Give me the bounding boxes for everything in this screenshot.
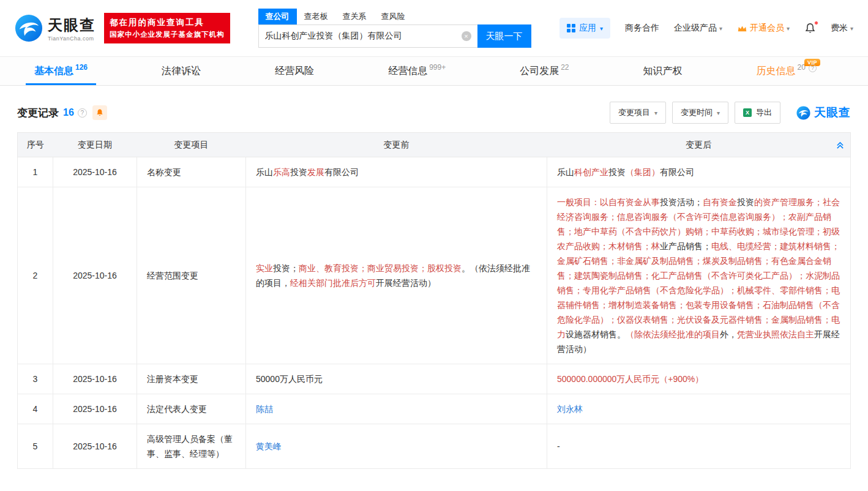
table-header-row: 序号 变更日期 变更项目 变更前 变更后: [18, 133, 851, 157]
col-header-item: 变更项目: [137, 133, 246, 157]
text-segment: （除依法须经批准的项目: [626, 329, 720, 339]
search-tab[interactable]: 查关系: [335, 9, 374, 24]
col-header-label: 变更前: [384, 140, 410, 149]
nav-tab[interactable]: 基本信息126: [26, 57, 96, 85]
chevron-down-icon: ▾: [719, 25, 722, 32]
user-menu[interactable]: 费米 ▾: [831, 23, 853, 34]
nav-tab[interactable]: 公司发展22: [511, 57, 577, 85]
nav-tab-count: 126: [75, 63, 88, 72]
nav-tab[interactable]: 经营信息999+: [380, 57, 454, 85]
cell-item: 经营范围变更: [137, 187, 246, 364]
text-segment: 一般项目：以自有资金从事: [557, 197, 660, 207]
apps-menu[interactable]: 应用 ▾: [559, 18, 610, 39]
search-input-wrap: ×: [258, 24, 477, 48]
section-tools: 变更项目▾变更时间▾ X 导出 天眼查: [610, 102, 851, 124]
filter-dropdown-button[interactable]: 变更项目▾: [610, 102, 666, 124]
text-segment: 外，: [720, 329, 737, 339]
filter-label: 变更时间: [681, 107, 713, 118]
user-name: 费米: [831, 23, 848, 34]
col-header-date: 变更日期: [53, 133, 137, 157]
chevron-down-icon: ▾: [600, 25, 603, 32]
collapse-icon[interactable]: [836, 141, 844, 149]
brand-text: 天眼查: [814, 105, 851, 121]
nav-tab-label: 法律诉讼: [162, 65, 201, 78]
text-segment: 投资: [608, 167, 626, 177]
nav-tab[interactable]: 历史信息20VIP?: [748, 57, 825, 85]
text-segment: 业产品销售；: [660, 241, 711, 251]
export-button[interactable]: X 导出: [735, 102, 780, 124]
cell-no: 5: [18, 424, 53, 469]
text-segment: 发展: [307, 167, 324, 177]
cell-date: 2025-10-16: [53, 394, 137, 424]
promo-banner: 都在用的商业查询工具 国家中小企业发展子基金旗下机构: [104, 13, 230, 43]
nav-tab-count: 999+: [429, 63, 446, 72]
search-tab[interactable]: 查公司: [258, 9, 297, 24]
logo-subtitle: TianYanCha.com: [48, 36, 95, 42]
nav-tab-label: 经营信息: [388, 65, 427, 78]
search-tab[interactable]: 查风险: [374, 9, 413, 24]
text-segment: 乐山: [256, 167, 273, 177]
tianyancha-logo[interactable]: 天眼查 TianYanCha.com: [15, 14, 95, 42]
section-header: 变更记录 16 ? 变更项目▾变更时间▾ X 导出: [17, 102, 851, 124]
col-header-no: 序号: [18, 133, 53, 157]
clear-search-icon[interactable]: ×: [462, 31, 471, 41]
text-segment: 投资: [737, 197, 754, 207]
cell-before: 黄美峰: [246, 424, 547, 469]
table-row: 32025-10-16注册资本变更50000万人民币元500000.000000…: [18, 364, 851, 394]
text-segment: 50000万人民币元: [256, 374, 323, 384]
filter-dropdown-button[interactable]: 变更时间▾: [672, 102, 728, 124]
text-segment: 凭营业执照依法自主: [737, 329, 814, 339]
search-tabs: 查公司查老板查关系查风险: [258, 9, 531, 24]
text-segment: 有限公司: [324, 167, 359, 177]
text-segment: 科创产业: [574, 167, 608, 177]
apps-label: 应用: [579, 23, 596, 34]
text-segment: 投资: [290, 167, 307, 177]
apps-grid-icon: [567, 24, 575, 32]
person-link[interactable]: 黄美峰: [256, 441, 282, 451]
change-table-body: 12025-10-16名称变更乐山乐高投资发展有限公司乐山科创产业投资（集团）有…: [18, 157, 851, 469]
menu-label: 企业级产品: [674, 23, 717, 34]
tianyancha-logo-icon: [15, 14, 43, 42]
text-segment: 乐山: [557, 167, 574, 177]
cell-date: 2025-10-16: [53, 364, 137, 394]
nav-tab-count: 22: [561, 63, 569, 72]
cell-date: 2025-10-16: [53, 187, 137, 364]
help-icon[interactable]: ?: [809, 64, 817, 72]
nav-tabs: 基本信息126法律诉讼经营风险经营信息999+公司发展22知识产权历史信息20V…: [0, 56, 868, 86]
notification-dot: [814, 21, 818, 25]
nav-tab-label: 公司发展: [520, 65, 559, 78]
search-tab[interactable]: 查老板: [297, 9, 335, 24]
text-segment: 电线、电缆经营；建筑材料销售；金属矿石销售；非金属矿及制品销售；煤炭及制品销售；…: [557, 241, 840, 339]
search-area: 查公司查老板查关系查风险 × 天眼一下: [258, 9, 531, 48]
person-link[interactable]: 刘永林: [557, 404, 583, 414]
text-segment: 设施器材销售。: [566, 329, 626, 339]
col-header-before: 变更前: [246, 133, 547, 157]
text-segment: -: [557, 441, 560, 451]
nav-tab[interactable]: 经营风险: [266, 57, 323, 85]
cell-item: 名称变更: [137, 157, 246, 187]
cell-before: 陈喆: [246, 394, 547, 424]
nav-tab-label: 基本信息: [34, 65, 73, 78]
table-row: 22025-10-16经营范围变更实业投资；商业、教育投资；商业贸易投资；股权投…: [18, 187, 851, 364]
menu-business-cooperation[interactable]: 商务合作: [625, 23, 659, 34]
notifications-bell[interactable]: [804, 23, 816, 34]
search-input[interactable]: [265, 31, 462, 41]
nav-tab[interactable]: 法律诉讼: [153, 57, 209, 85]
nav-tab[interactable]: 知识产权: [635, 57, 691, 85]
menu-open-vip[interactable]: 开通会员 ▾: [737, 23, 790, 34]
cell-after: 一般项目：以自有资金从事投资活动；自有资金投资的资产管理服务；社会经济咨询服务；…: [547, 187, 851, 364]
text-segment: （集团）: [626, 167, 660, 177]
search-box: × 天眼一下: [258, 24, 531, 48]
cell-before: 乐山乐高投资发展有限公司: [246, 157, 547, 187]
search-button[interactable]: 天眼一下: [477, 24, 531, 48]
cell-after: 500000.000000万人民币元（+900%）: [547, 364, 851, 394]
person-link[interactable]: 陈喆: [256, 404, 273, 414]
cell-item: 法定代表人变更: [137, 394, 246, 424]
menu-enterprise-products[interactable]: 企业级产品 ▾: [674, 23, 722, 34]
banner-line2: 国家中小企业发展子基金旗下机构: [110, 29, 225, 40]
text-segment: 商业、教育投资；商业贸易投资；股权投资: [299, 263, 462, 273]
text-segment: 乐高: [273, 167, 290, 177]
cell-no: 3: [18, 364, 53, 394]
help-icon[interactable]: ?: [78, 108, 87, 118]
subscribe-bell-button[interactable]: [92, 105, 107, 120]
